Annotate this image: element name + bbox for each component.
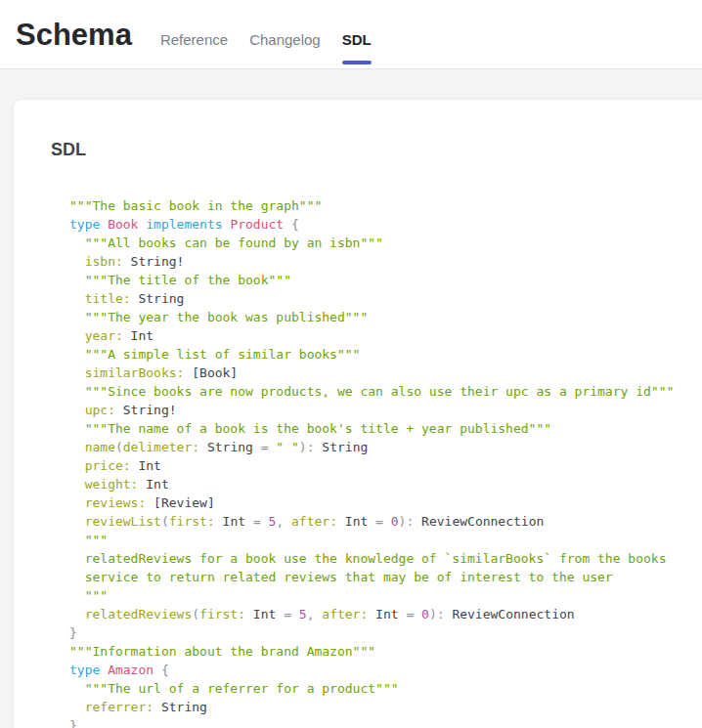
code-line: } <box>69 716 693 728</box>
code-line: isbn: String! <box>69 252 693 271</box>
code-line: """All books can be found by an isbn""" <box>69 234 693 252</box>
sdl-heading: SDL <box>51 139 693 160</box>
schema-header: Schema Reference Changelog SDL <box>0 0 702 69</box>
code-line: } <box>69 623 693 642</box>
sdl-card: SDL """The basic book in the graph"""typ… <box>13 99 702 728</box>
code-line: reviews: [Review] <box>69 493 693 512</box>
code-line: """ <box>69 531 693 549</box>
code-line: """Information about the brand Amazon""" <box>69 642 693 661</box>
code-line: relatedReviews for a book use the knowle… <box>69 549 693 568</box>
tab-bar: Reference Changelog SDL <box>160 30 372 50</box>
page-title: Schema <box>16 16 132 55</box>
code-line: type Book implements Product { <box>69 215 693 234</box>
sdl-code-block: """The basic book in the graph"""type Bo… <box>51 196 693 728</box>
code-line: """The url of a referrer for a product""… <box>69 679 693 698</box>
code-line: name(delimeter: String = " "): String <box>69 438 693 456</box>
code-line: referrer: String <box>69 698 693 716</box>
code-line: """The basic book in the graph""" <box>69 196 693 215</box>
code-line: year: Int <box>69 326 693 345</box>
tab-reference[interactable]: Reference <box>160 30 228 50</box>
code-line: title: String <box>69 289 693 308</box>
code-line: type Amazon { <box>69 661 693 679</box>
code-line: """ <box>69 586 693 605</box>
code-line: upc: String! <box>69 401 693 419</box>
code-line: price: Int <box>69 456 693 475</box>
code-line: """The title of the book""" <box>69 271 693 289</box>
code-line: relatedReviews(first: Int = 5, after: In… <box>69 605 693 623</box>
code-line: """The year the book was published""" <box>69 308 693 326</box>
tab-sdl[interactable]: SDL <box>342 30 372 50</box>
code-line: """A simple list of similar books""" <box>69 345 693 364</box>
code-line: service to return related reviews that m… <box>69 568 693 586</box>
tab-changelog[interactable]: Changelog <box>249 30 321 50</box>
code-line: similarBooks: [Book] <box>69 364 693 382</box>
code-line: weight: Int <box>69 475 693 493</box>
code-line: """Since books are now products, we can … <box>69 382 693 401</box>
code-line: """The name of a book is the book's titl… <box>69 419 693 438</box>
code-line: reviewList(first: Int = 5, after: Int = … <box>69 512 693 531</box>
